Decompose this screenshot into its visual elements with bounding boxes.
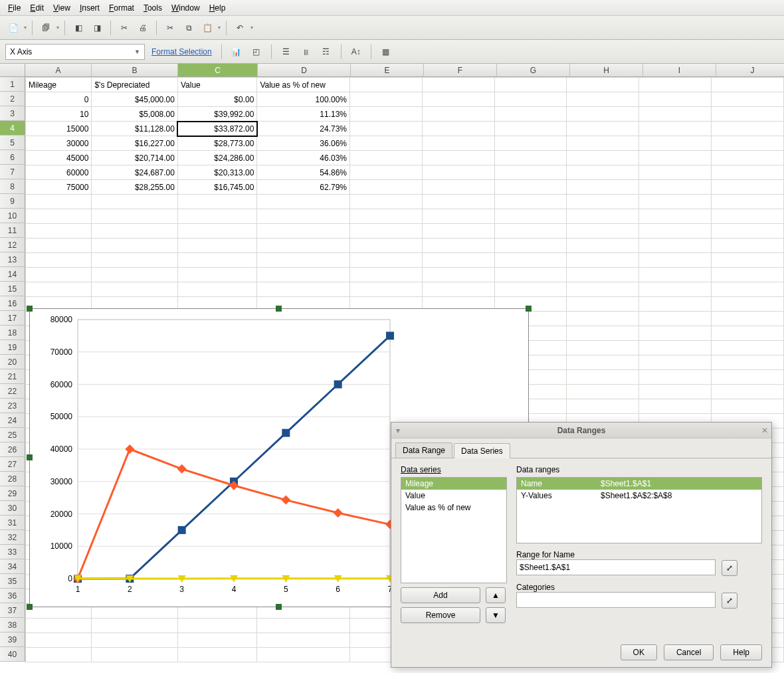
data-table-icon[interactable]: ▦ [378, 44, 394, 60]
col-header-H[interactable]: H [570, 64, 643, 77]
row-header-21[interactable]: 21 [0, 369, 25, 384]
col-header-F[interactable]: F [424, 64, 497, 77]
row-header-30[interactable]: 30 [0, 501, 25, 516]
move-down-button[interactable]: ▼ [486, 607, 506, 623]
shrink-categories-icon[interactable]: ⤢ [722, 593, 737, 609]
copy-icon[interactable]: ⧉ [181, 20, 197, 36]
move-up-button[interactable]: ▲ [486, 587, 506, 603]
add-button[interactable]: Add [401, 587, 480, 603]
row-header-10[interactable]: 10 [0, 209, 25, 223]
paste-icon[interactable]: 📋 [199, 20, 215, 36]
new-doc-icon[interactable]: 📄 [5, 20, 21, 36]
row-header-18[interactable]: 18 [0, 326, 25, 340]
row-header-32[interactable]: 32 [0, 530, 25, 545]
cancel-button[interactable]: Cancel [664, 644, 714, 660]
menu-file[interactable]: File [4, 2, 25, 14]
row-header-4[interactable]: 4 [0, 121, 25, 136]
legend-icon[interactable]: ☶ [318, 44, 334, 60]
row-header-33[interactable]: 33 [0, 545, 25, 559]
grid-v-icon[interactable]: ⫼ [298, 44, 314, 60]
element-selector[interactable]: X Axis ▼ [5, 44, 145, 60]
remove-button[interactable]: Remove [401, 607, 480, 623]
row-header-31[interactable]: 31 [0, 516, 25, 530]
data-series-list[interactable]: MileageValueValue as % of new [401, 477, 507, 583]
data-ranges-table[interactable]: Name$Sheet1.$A$1Y-Values$Sheet1.$A$2:$A$… [516, 477, 762, 543]
col-header-B[interactable]: B [92, 64, 178, 77]
close-icon[interactable]: ✕ [758, 426, 771, 435]
row-header-40[interactable]: 40 [0, 647, 25, 662]
menu-format[interactable]: Format [105, 2, 138, 14]
range-row[interactable]: Name$Sheet1.$A$1 [517, 478, 761, 490]
row-header-15[interactable]: 15 [0, 282, 25, 296]
row-header-14[interactable]: 14 [0, 267, 25, 282]
row-header-36[interactable]: 36 [0, 589, 25, 603]
text-scale-icon[interactable]: A↕ [348, 44, 364, 60]
format-selection-button[interactable]: Format Selection [149, 46, 215, 58]
row-header-16[interactable]: 16 [0, 296, 25, 311]
menu-tools[interactable]: Tools [140, 2, 166, 14]
row-header-12[interactable]: 12 [0, 238, 25, 252]
shrink-range-icon[interactable]: ⤢ [722, 560, 737, 576]
row-header-24[interactable]: 24 [0, 413, 25, 428]
chart-type-icon[interactable]: 📊 [229, 44, 245, 60]
row-header-8[interactable]: 8 [0, 179, 25, 194]
tab-data-range[interactable]: Data Range [395, 442, 452, 458]
ok-button[interactable]: OK [621, 644, 657, 660]
row-header-25[interactable]: 25 [0, 428, 25, 442]
row-header-1[interactable]: 1 [0, 77, 25, 92]
menu-insert[interactable]: Insert [76, 2, 104, 14]
row-header-35[interactable]: 35 [0, 574, 25, 589]
row-header-23[interactable]: 23 [0, 399, 25, 413]
rollup-icon[interactable]: ▾ [391, 426, 405, 435]
row-header-19[interactable]: 19 [0, 340, 25, 355]
col-header-I[interactable]: I [643, 64, 716, 77]
copy-doc-icon[interactable]: 🗐 [38, 20, 54, 36]
row-header-6[interactable]: 6 [0, 150, 25, 165]
align2-icon[interactable]: ◨ [89, 20, 105, 36]
undo-icon[interactable]: ↶ [232, 20, 248, 36]
dialog-titlebar[interactable]: ▾ Data Ranges ✕ [391, 423, 771, 438]
scissors-icon[interactable]: ✂ [162, 20, 178, 36]
cut-icon[interactable]: ✂ [116, 20, 132, 36]
series-item[interactable]: Value as % of new [401, 502, 506, 514]
col-header-E[interactable]: E [351, 64, 424, 77]
col-header-A[interactable]: A [25, 64, 92, 77]
row-header-29[interactable]: 29 [0, 486, 25, 501]
row-header-9[interactable]: 9 [0, 194, 25, 209]
tab-data-series[interactable]: Data Series [454, 443, 510, 458]
help-button[interactable]: Help [720, 644, 762, 660]
align-icon[interactable]: ◧ [70, 20, 86, 36]
print-icon[interactable]: 🖨 [135, 20, 151, 36]
row-header-11[interactable]: 11 [0, 223, 25, 238]
row-header-26[interactable]: 26 [0, 442, 25, 457]
row-header-28[interactable]: 28 [0, 472, 25, 486]
menu-edit[interactable]: Edit [26, 2, 48, 14]
chart-area-icon[interactable]: ◰ [248, 44, 264, 60]
menu-view[interactable]: View [49, 2, 74, 14]
col-header-G[interactable]: G [497, 64, 570, 77]
row-header-20[interactable]: 20 [0, 355, 25, 369]
row-header-3[interactable]: 3 [0, 106, 25, 121]
select-all-corner[interactable] [0, 64, 25, 77]
range-row[interactable]: Y-Values$Sheet1.$A$2:$A$8 [517, 490, 761, 502]
row-header-7[interactable]: 7 [0, 165, 25, 179]
row-header-2[interactable]: 2 [0, 92, 25, 106]
categories-input[interactable] [516, 592, 716, 608]
menu-window[interactable]: Window [167, 2, 204, 14]
col-header-D[interactable]: D [258, 64, 351, 77]
row-header-39[interactable]: 39 [0, 632, 25, 647]
col-header-J[interactable]: J [716, 64, 784, 77]
row-header-17[interactable]: 17 [0, 311, 25, 326]
range-for-name-input[interactable] [516, 559, 716, 575]
menu-help[interactable]: Help [205, 2, 230, 14]
row-header-38[interactable]: 38 [0, 618, 25, 632]
row-header-27[interactable]: 27 [0, 457, 25, 472]
series-item[interactable]: Value [401, 490, 506, 502]
row-header-22[interactable]: 22 [0, 384, 25, 399]
row-header-37[interactable]: 37 [0, 603, 25, 618]
grid-h-icon[interactable]: ☰ [278, 44, 294, 60]
row-header-13[interactable]: 13 [0, 252, 25, 267]
row-header-34[interactable]: 34 [0, 559, 25, 574]
series-item[interactable]: Mileage [401, 478, 506, 490]
col-header-C[interactable]: C [178, 64, 258, 77]
